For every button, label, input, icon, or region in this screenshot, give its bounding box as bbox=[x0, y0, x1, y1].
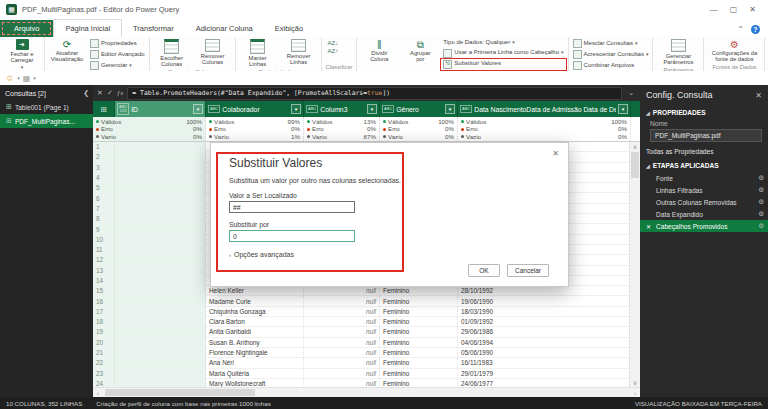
formula-check-icon[interactable]: ✓ bbox=[107, 89, 113, 97]
cell[interactable]: null bbox=[304, 348, 380, 357]
refresh-preview-button[interactable]: ⟳ Atualizar Visualização bbox=[47, 38, 87, 63]
cell[interactable]: null bbox=[304, 369, 380, 378]
close-settings-icon[interactable]: ✕ bbox=[755, 91, 762, 100]
formula-input[interactable]: = Table.PromoteHeaders(#"Data Expandido"… bbox=[127, 87, 622, 100]
gear-icon[interactable]: ⚙ bbox=[758, 198, 764, 206]
cell[interactable]: 24/06/1977 bbox=[458, 379, 631, 387]
cell-id[interactable] bbox=[115, 193, 206, 202]
column-header[interactable]: ABC 123ID▾ bbox=[115, 101, 206, 117]
cell-id[interactable] bbox=[115, 369, 206, 378]
cell[interactable]: null bbox=[304, 286, 380, 295]
filter-dropdown-icon[interactable]: ▾ bbox=[367, 104, 377, 114]
cell[interactable]: Feminino bbox=[380, 348, 458, 357]
cell[interactable]: Feminino bbox=[380, 296, 458, 305]
cell-id[interactable] bbox=[115, 276, 206, 285]
sort-ascending-icon[interactable]: AZ↓ bbox=[328, 40, 339, 46]
cell-id[interactable] bbox=[115, 183, 206, 192]
cell[interactable]: Feminino bbox=[380, 286, 458, 295]
cell[interactable]: Florence Nightingale bbox=[206, 348, 304, 357]
cell-id[interactable] bbox=[115, 142, 206, 151]
close-icon[interactable]: ✕ bbox=[749, 5, 756, 14]
cell[interactable]: null bbox=[304, 296, 380, 305]
cell-id[interactable] bbox=[115, 255, 206, 264]
query-list-item[interactable]: ⊞Table001 (Page 1) bbox=[0, 100, 93, 114]
gear-icon[interactable]: ⚙ bbox=[758, 222, 764, 230]
minimize-icon[interactable]: — bbox=[710, 5, 718, 14]
gear-icon[interactable]: ⚙ bbox=[758, 186, 764, 194]
cell[interactable]: 16/11/1983 bbox=[458, 358, 631, 367]
cell-id[interactable] bbox=[115, 327, 206, 336]
cell-id[interactable] bbox=[115, 214, 206, 223]
collapse-queries-panel-icon[interactable]: ❮ bbox=[83, 89, 89, 97]
column-header[interactable]: ABCGênero▾ bbox=[380, 101, 458, 117]
cell[interactable]: Feminino bbox=[380, 317, 458, 326]
applied-step-item[interactable]: Linhas Filtradas⚙ bbox=[640, 184, 768, 196]
use-first-row-button[interactable]: Usar a Primeira Linha como Cabeçalho ▾ bbox=[441, 48, 565, 59]
scroll-up-icon[interactable]: ∧ bbox=[630, 142, 640, 151]
cell-id[interactable] bbox=[115, 307, 206, 316]
properties-button[interactable]: Propriedades bbox=[88, 38, 147, 49]
scroll-down-icon[interactable]: ∨ bbox=[630, 378, 640, 387]
mini-chart-icon[interactable]: ▦ bbox=[23, 74, 31, 83]
sort-descending-icon[interactable]: AZ↑ bbox=[328, 48, 339, 54]
cell[interactable]: Helen Keller bbox=[206, 286, 304, 295]
find-value-input[interactable] bbox=[229, 201, 355, 213]
formula-expand-icon[interactable]: ⌄ bbox=[626, 89, 636, 97]
cell[interactable]: Mary Wollstonecraft bbox=[206, 379, 304, 387]
replace-value-input[interactable] bbox=[229, 230, 355, 242]
filter-dropdown-icon[interactable]: ▾ bbox=[291, 104, 301, 114]
query-list-item[interactable]: ⊞PDF_MultiPaginas... bbox=[0, 114, 93, 128]
cell[interactable]: Feminino bbox=[380, 327, 458, 336]
cell[interactable]: 19/06/1990 bbox=[458, 296, 631, 305]
cell-id[interactable] bbox=[115, 317, 206, 326]
formula-cancel-icon[interactable]: ✕ bbox=[97, 89, 103, 97]
keep-rows-button[interactable]: Manter Linhas bbox=[238, 38, 278, 68]
replace-values-button[interactable]: ½ Substituir Valores bbox=[441, 59, 565, 70]
cell[interactable]: Feminino bbox=[380, 307, 458, 316]
cell[interactable]: Susan B. Anthony bbox=[206, 338, 304, 347]
cancel-button[interactable]: Cancelar bbox=[507, 264, 549, 277]
ok-button[interactable]: OK bbox=[468, 264, 500, 277]
filter-dropdown-icon[interactable]: ▾ bbox=[193, 104, 203, 114]
cell-id[interactable] bbox=[115, 163, 206, 172]
split-column-button[interactable]: ⫼ Dividir Coluna bbox=[359, 38, 399, 63]
cell[interactable]: 04/06/1994 bbox=[458, 338, 631, 347]
remove-rows-button[interactable]: Remover Linhas bbox=[279, 38, 319, 66]
cell-id[interactable] bbox=[115, 266, 206, 275]
cell-id[interactable] bbox=[115, 173, 206, 182]
cell[interactable]: null bbox=[304, 307, 380, 316]
remove-columns-button[interactable]: Remover Colunas bbox=[193, 38, 233, 66]
cell[interactable]: Feminino bbox=[380, 338, 458, 347]
applied-step-item[interactable]: Outras Colunas Removidas⚙ bbox=[640, 196, 768, 208]
data-source-settings-button[interactable]: ⚙ Configurações da fonte de dados bbox=[706, 38, 762, 63]
cell-id[interactable] bbox=[115, 152, 206, 161]
all-properties-link[interactable]: Todas as Propriedades bbox=[640, 144, 768, 157]
tab-adicionar-coluna[interactable]: Adicionar Coluna bbox=[185, 20, 264, 37]
tab-exibicao[interactable]: Exibição bbox=[264, 20, 314, 37]
cell[interactable]: Feminino bbox=[380, 358, 458, 367]
cell[interactable]: Anita Garibaldi bbox=[206, 327, 304, 336]
collapse-ribbon-icon[interactable]: ⌃ bbox=[737, 25, 744, 34]
gear-icon[interactable]: ⚙ bbox=[758, 174, 764, 182]
cell[interactable]: 29/01/1979 bbox=[458, 369, 631, 378]
cell-id[interactable] bbox=[115, 224, 206, 233]
cell-id[interactable] bbox=[115, 235, 206, 244]
cell[interactable]: 05/06/1990 bbox=[458, 348, 631, 357]
feedback-smiley-icon[interactable]: ☺ bbox=[5, 73, 14, 83]
applied-step-item[interactable]: Data Expandido⚙ bbox=[640, 208, 768, 220]
cell-id[interactable] bbox=[115, 296, 206, 305]
combine-files-button[interactable]: Combinar Arquivos bbox=[571, 60, 651, 71]
advanced-options-link[interactable]: ›Opções avançadas bbox=[229, 251, 294, 258]
vertical-scrollbar[interactable]: ∧ ∨ bbox=[629, 142, 640, 387]
cell[interactable]: null bbox=[304, 327, 380, 336]
cell-id[interactable] bbox=[115, 358, 206, 367]
tab-transformar[interactable]: Transformar bbox=[122, 20, 185, 37]
grid-corner-cell[interactable]: ⊞ bbox=[93, 101, 115, 117]
cell[interactable]: Clara Barton bbox=[206, 317, 304, 326]
horizontal-scroll-thumb[interactable] bbox=[105, 389, 255, 396]
column-header[interactable]: ABCData NascimentoData de Admissão Data … bbox=[458, 101, 631, 117]
column-header[interactable]: ABCColaborador▾ bbox=[206, 101, 304, 117]
choose-columns-button[interactable]: Escolher Colunas bbox=[152, 38, 192, 68]
close-and-load-button[interactable]: ➜ Fechar e Carregar ▾ bbox=[2, 38, 42, 70]
cell-id[interactable] bbox=[115, 286, 206, 295]
